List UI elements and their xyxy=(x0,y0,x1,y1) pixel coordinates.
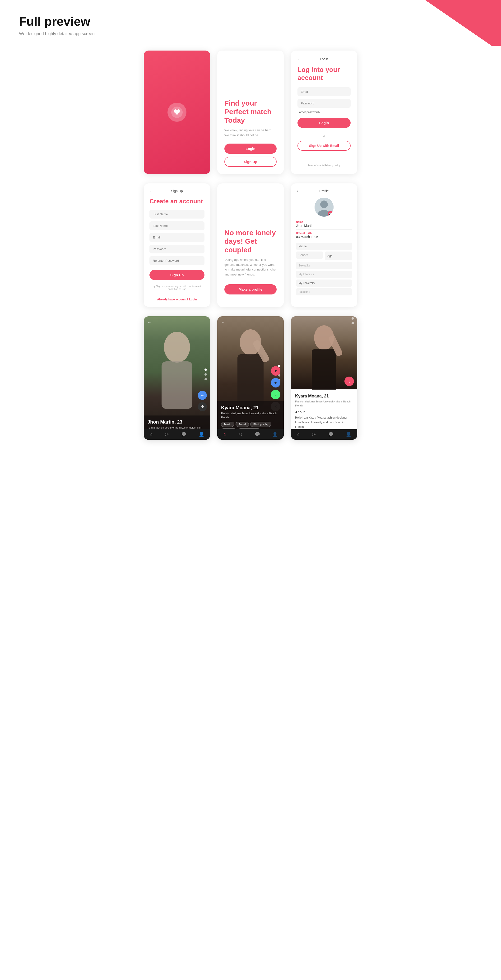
splash-screen-card xyxy=(144,51,210,174)
re-enter-password-input[interactable] xyxy=(150,256,205,265)
dob-value: 03 March 1995 xyxy=(296,235,352,241)
signup-with-email-button[interactable]: Sign Up with Email xyxy=(297,141,351,151)
find-match-title: Find your Perfect match Today xyxy=(224,99,277,124)
chat-nav-icon[interactable]: 💬 xyxy=(181,432,186,437)
first-name-input[interactable] xyxy=(150,210,205,218)
signup-back-arrow-icon[interactable]: ← xyxy=(150,189,154,194)
age-input[interactable] xyxy=(325,251,352,260)
login-title: Log into your account xyxy=(297,66,351,82)
kyara2-dots xyxy=(351,316,354,325)
star-button[interactable]: ★ xyxy=(271,378,280,388)
kyara2-photo: ↓ xyxy=(291,316,357,390)
find-match-screen: Find your Perfect match Today We know, f… xyxy=(217,51,284,174)
get-coupled-description: Dating app where you can find genuine ma… xyxy=(224,258,277,277)
globe-nav-icon[interactable]: ◎ xyxy=(165,432,169,437)
kyara-card-1: ← ♥ ★ ✓ ✕ Kyara Moana, 21 xyxy=(217,316,284,440)
k1-chat-nav-icon[interactable]: 💬 xyxy=(255,432,260,437)
profile-back-arrow-icon[interactable]: ← xyxy=(296,189,300,194)
match-button[interactable]: ✓ xyxy=(271,390,280,399)
k1-home-nav-icon[interactable]: ⌂ xyxy=(223,432,226,437)
email-input[interactable] xyxy=(297,88,351,96)
or-text: or xyxy=(323,134,326,137)
camera-icon: 📷 xyxy=(329,212,332,215)
university-input[interactable] xyxy=(296,280,352,286)
home-nav-icon[interactable]: ⌂ xyxy=(150,432,153,437)
dot-3 xyxy=(205,378,207,380)
screens-row-3: ← ✏ ⚙ Jhon Martin, 23 I am a fashion des… xyxy=(14,316,487,440)
kyara1-back-arrow-icon[interactable]: ← xyxy=(221,320,225,325)
find-match-signup-button[interactable]: Sign Up xyxy=(224,157,277,167)
signup-screen-card: ← Sign Up Create an account Sign Up by S… xyxy=(144,183,210,307)
get-coupled-title: No more lonely days! Get coupled xyxy=(224,229,277,254)
k2-chat-nav-icon[interactable]: 💬 xyxy=(328,432,334,437)
about-title: About xyxy=(295,410,353,414)
k2-dot-4 xyxy=(351,322,354,325)
kyara2-bottom-nav: ⌂ ◎ 💬 👤 xyxy=(291,429,357,440)
k2-profile-nav-icon[interactable]: 👤 xyxy=(346,432,351,437)
settings-button[interactable]: ⚙ xyxy=(198,402,207,411)
find-match-screen-card: Find your Perfect match Today We know, f… xyxy=(217,51,284,174)
header-section: Full preview We designed highly detailed… xyxy=(0,0,501,46)
k2-dot-3 xyxy=(351,317,354,320)
profile-screen: ← Profile 📷 xyxy=(291,183,357,307)
signup-button[interactable]: Sign Up xyxy=(150,270,205,280)
kyara2-about-section: Kyara Moana, 21 Fashion designer Texas U… xyxy=(291,390,357,429)
login-button[interactable]: Login xyxy=(297,118,351,128)
name-label: Name xyxy=(296,220,352,223)
get-coupled-screen: No more lonely days! Get coupled Dating … xyxy=(217,183,284,307)
heart-logo-icon xyxy=(171,107,183,118)
phone-input[interactable] xyxy=(296,243,352,250)
screens-row-1: Find your Perfect match Today We know, f… xyxy=(14,51,487,174)
agree-text: by Sign up you are agree with our terms … xyxy=(150,285,205,290)
tag-travel: Travel xyxy=(235,422,249,427)
svg-rect-6 xyxy=(162,361,192,409)
signup-screen: ← Sign Up Create an account Sign Up by S… xyxy=(144,183,210,307)
screens-grid: Find your Perfect match Today We know, f… xyxy=(0,46,501,454)
kyara2-name: Kyara Moana, 21 xyxy=(295,394,353,399)
camera-badge[interactable]: 📷 xyxy=(328,211,334,216)
tag-music: Music xyxy=(221,422,234,427)
profile-nav: ← Profile xyxy=(296,189,352,193)
profile-nav-title: Profile xyxy=(319,189,329,193)
kyara-card-2: ↓ Kyara Moana, 21 Fashion designer Texas… xyxy=(291,316,357,440)
login-screen: ← Login Log into your account Forgot pas… xyxy=(291,51,357,174)
jhon-back-arrow-icon[interactable]: ← xyxy=(148,320,151,325)
svg-point-3 xyxy=(320,200,328,208)
screens-row-2: ← Sign Up Create an account Sign Up by S… xyxy=(14,183,487,307)
svg-point-5 xyxy=(164,332,190,363)
terms-text: Term of use & Privacy policy xyxy=(297,164,351,167)
signup-password-input[interactable] xyxy=(150,245,205,253)
make-profile-button[interactable]: Make a profile xyxy=(224,284,277,294)
profile-avatar-wrapper: 📷 xyxy=(296,198,352,216)
signup-nav: ← Sign Up xyxy=(150,189,205,193)
kyara1-bottom-nav: ⌂ ◎ 💬 👤 xyxy=(217,429,284,440)
login-link[interactable]: Login xyxy=(189,298,197,301)
signup-email-input[interactable] xyxy=(150,233,205,242)
k2-home-nav-icon[interactable]: ⌂ xyxy=(297,432,300,437)
sexuality-select[interactable]: Sexuality xyxy=(296,262,352,269)
signup-nav-title: Sign Up xyxy=(171,189,183,193)
k1-globe-nav-icon[interactable]: ◎ xyxy=(239,432,242,437)
forgot-password-link[interactable]: Forgot password? xyxy=(297,111,351,114)
k2-globe-nav-icon[interactable]: ◎ xyxy=(312,432,316,437)
passions-select[interactable]: Passions xyxy=(296,288,352,296)
k1-profile-nav-icon[interactable]: 👤 xyxy=(272,432,278,437)
find-match-login-button[interactable]: Login xyxy=(224,143,277,154)
kyara2-download-button-wrapper: ↓ xyxy=(344,377,354,386)
about-text: Hello I am Kyara Moana fashion designer … xyxy=(295,415,353,429)
back-arrow-icon[interactable]: ← xyxy=(297,57,302,62)
download-button[interactable]: ↓ xyxy=(344,377,354,386)
like-button[interactable]: ♥ xyxy=(271,366,280,375)
kyara1-location: Fashion designer Texas University Miami … xyxy=(221,412,280,419)
jhon-martin-card: ← ✏ ⚙ Jhon Martin, 23 I am a fashion des… xyxy=(144,316,210,440)
jhon-name: Jhon Martin, 23 xyxy=(148,419,207,425)
app-logo xyxy=(167,103,186,122)
password-input[interactable] xyxy=(297,99,351,108)
last-name-input[interactable] xyxy=(150,221,205,230)
profile-screen-card: ← Profile 📷 xyxy=(291,183,357,307)
edit-button[interactable]: ✏ xyxy=(198,391,207,400)
interests-select[interactable]: My Interests xyxy=(296,271,352,278)
gender-select[interactable]: Gender xyxy=(296,251,323,259)
profile-nav-icon[interactable]: 👤 xyxy=(199,432,204,437)
login-nav: ← Login xyxy=(297,57,351,61)
